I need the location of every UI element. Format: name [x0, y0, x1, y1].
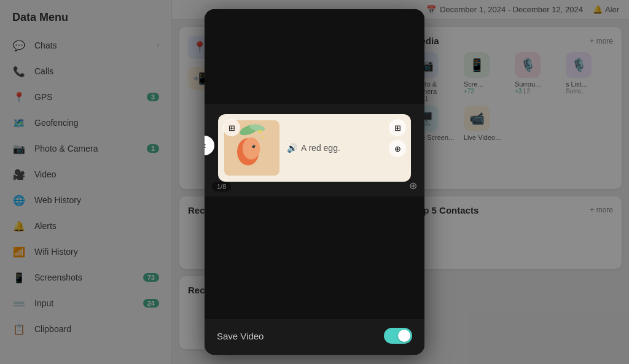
modal-card-area: ⊞	[205, 104, 424, 196]
modal-dialog: ‹ ⊞	[205, 9, 424, 355]
toggle-knob	[398, 330, 410, 342]
modal-counter: 1/8	[212, 182, 231, 192]
modal-footer: Save Video	[205, 319, 424, 355]
modal-bottom-controls: 1/8 ⊕	[213, 187, 416, 192]
svg-point-7	[259, 130, 262, 133]
top-right-icon1[interactable]: ⊞	[389, 119, 406, 136]
modal-caption: 🔊 A red egg.	[287, 143, 340, 153]
caption-text: A red egg.	[301, 143, 340, 153]
svg-point-5	[252, 145, 255, 148]
modal-top-video-area	[205, 9, 424, 104]
modal-bottom-video-area	[205, 196, 424, 319]
modal-card-right-icons: ⊞ ⊕	[389, 119, 406, 157]
left-corner-icon[interactable]: ⊞	[223, 119, 240, 136]
save-video-label: Save Video	[217, 331, 264, 341]
speaker-icon: 🔊	[287, 143, 297, 153]
svg-point-4	[243, 137, 260, 160]
svg-point-8	[262, 136, 264, 138]
zoom-icon[interactable]: ⊕	[409, 180, 417, 192]
modal-overlay[interactable]: ‹ ⊞	[0, 0, 629, 364]
save-video-toggle[interactable]	[384, 328, 412, 344]
modal-card-left-icon: ⊞	[223, 119, 240, 136]
svg-point-6	[252, 145, 254, 147]
modal-content-card: ⊞	[218, 114, 411, 182]
top-right-icon2[interactable]: ⊕	[389, 140, 406, 157]
